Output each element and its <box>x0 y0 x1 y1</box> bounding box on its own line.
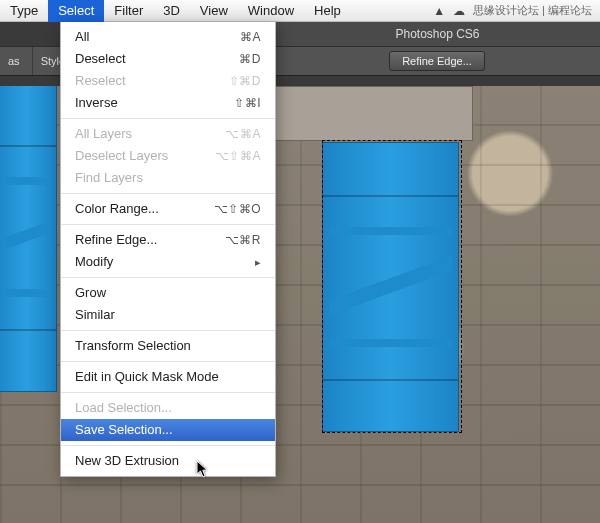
menu-separator <box>61 392 275 393</box>
menu-item-shortcut: ⌘D <box>239 50 261 68</box>
menu-item-transform-selection[interactable]: Transform Selection <box>61 335 275 357</box>
menu-item-label: Inverse <box>75 94 118 112</box>
cloud-icon[interactable]: ☁ <box>453 4 465 18</box>
menubar-right: ▲ ☁ 思缘设计论坛 | 编程论坛 <box>433 3 600 18</box>
select-menu-dropdown[interactable]: All⌘ADeselect⌘DReselect⇧⌘DInverse⇧⌘IAll … <box>60 22 276 477</box>
menu-item-edit-in-quick-mask-mode[interactable]: Edit in Quick Mask Mode <box>61 366 275 388</box>
menu-item-label: Deselect Layers <box>75 147 168 165</box>
menu-item-label: Edit in Quick Mask Mode <box>75 368 219 386</box>
menu-type[interactable]: Type <box>0 0 48 22</box>
menu-item-modify[interactable]: Modify <box>61 251 275 273</box>
menu-separator <box>61 445 275 446</box>
mac-menubar: Type Select Filter 3D View Window Help ▲… <box>0 0 600 22</box>
menu-item-label: All Layers <box>75 125 132 143</box>
menu-separator <box>61 118 275 119</box>
selection-marquee[interactable] <box>322 140 462 433</box>
menu-item-refine-edge[interactable]: Refine Edge...⌥⌘R <box>61 229 275 251</box>
menu-item-find-layers: Find Layers <box>61 167 275 189</box>
menu-separator <box>61 224 275 225</box>
menu-item-label: Similar <box>75 306 115 324</box>
menu-item-label: Grow <box>75 284 106 302</box>
menu-separator <box>61 277 275 278</box>
menu-item-shortcut: ⌥⌘R <box>225 231 261 249</box>
refine-edge-button[interactable]: Refine Edge... <box>389 51 485 71</box>
menu-item-label: Load Selection... <box>75 399 172 417</box>
menu-filter[interactable]: Filter <box>104 0 153 22</box>
menu-item-shortcut: ⌥⌘A <box>225 125 261 143</box>
menu-item-save-selection[interactable]: Save Selection... <box>61 419 275 441</box>
menu-item-shortcut: ⌘A <box>240 28 261 46</box>
shutter-left <box>0 86 57 392</box>
menu-item-color-range[interactable]: Color Range...⌥⇧⌘O <box>61 198 275 220</box>
stone-lintel <box>273 86 473 141</box>
menu-window[interactable]: Window <box>238 0 304 22</box>
menu-item-label: Modify <box>75 253 113 271</box>
menu-item-shortcut: ⌥⇧⌘A <box>215 147 261 165</box>
menu-item-label: New 3D Extrusion <box>75 452 179 470</box>
menu-item-deselect[interactable]: Deselect⌘D <box>61 48 275 70</box>
watermark-text: 思缘设计论坛 | 编程论坛 <box>473 3 592 18</box>
menu-item-new-3d-extrusion[interactable]: New 3D Extrusion <box>61 450 275 472</box>
menu-item-label: Transform Selection <box>75 337 191 355</box>
menu-item-shortcut: ⌥⇧⌘O <box>214 200 261 218</box>
feather-label: as <box>8 55 20 67</box>
menu-help[interactable]: Help <box>304 0 351 22</box>
menu-item-label: Color Range... <box>75 200 159 218</box>
menu-3d[interactable]: 3D <box>153 0 190 22</box>
menu-item-shortcut: ⇧⌘D <box>229 72 261 90</box>
menu-view[interactable]: View <box>190 0 238 22</box>
menu-item-label: Find Layers <box>75 169 143 187</box>
menu-select[interactable]: Select <box>48 0 104 22</box>
menu-item-shortcut: ⇧⌘I <box>234 94 261 112</box>
menu-separator <box>61 330 275 331</box>
menu-item-label: Save Selection... <box>75 421 173 439</box>
drive-icon[interactable]: ▲ <box>433 4 445 18</box>
menu-item-inverse[interactable]: Inverse⇧⌘I <box>61 92 275 114</box>
menu-item-label: Refine Edge... <box>75 231 157 249</box>
options-left: as <box>0 47 33 75</box>
menu-item-reselect: Reselect⇧⌘D <box>61 70 275 92</box>
menu-item-grow[interactable]: Grow <box>61 282 275 304</box>
menu-item-all[interactable]: All⌘A <box>61 26 275 48</box>
menu-separator <box>61 361 275 362</box>
menu-separator <box>61 193 275 194</box>
menu-item-load-selection: Load Selection... <box>61 397 275 419</box>
app-title-bar: Photoshop CS6 <box>275 22 600 46</box>
menu-item-label: All <box>75 28 89 46</box>
menu-item-similar[interactable]: Similar <box>61 304 275 326</box>
menu-item-all-layers: All Layers⌥⌘A <box>61 123 275 145</box>
menu-item-label: Deselect <box>75 50 126 68</box>
menu-item-label: Reselect <box>75 72 126 90</box>
menu-item-deselect-layers: Deselect Layers⌥⇧⌘A <box>61 145 275 167</box>
